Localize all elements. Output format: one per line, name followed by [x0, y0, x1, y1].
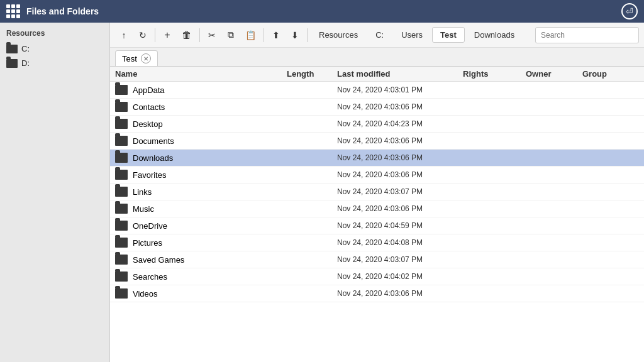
title-bar: Files and Folders ⏎	[0, 0, 644, 23]
file-modified: Nov 24, 2020 4:03:07 PM	[337, 187, 463, 196]
folder-icon	[6, 45, 18, 53]
copy-button[interactable]: ⧉	[222, 26, 240, 44]
folder-icon	[115, 238, 128, 248]
cut-button[interactable]: ✂	[203, 26, 221, 44]
col-modified: Last modified	[337, 69, 463, 79]
file-name: Documents	[133, 136, 174, 146]
file-name: Links	[133, 187, 152, 197]
folder-icon	[115, 221, 128, 231]
nav-tab-users[interactable]: Users	[393, 27, 431, 43]
sidebar-item-d[interactable]: D:	[0, 56, 109, 70]
file-name-cell: Music	[115, 204, 287, 214]
refresh-button[interactable]: ↻	[134, 26, 152, 44]
file-modified: Nov 24, 2020 4:03:06 PM	[337, 102, 463, 111]
table-row[interactable]: MusicNov 24, 2020 4:03:06 PM	[110, 200, 644, 217]
main-layout: Resources C: D: ↑ ↻ + 🗑 ✂ ⧉ 📋 ⬆ ⬇	[0, 23, 644, 362]
sidebar-item-label-d: D:	[21, 58, 30, 68]
file-name-cell: Saved Games	[115, 255, 287, 265]
folder-icon	[115, 272, 128, 282]
nav-tabs-bar: Resources C: Users Test Downloads	[311, 27, 523, 43]
file-name-cell: Links	[115, 187, 287, 197]
file-modified: Nov 24, 2020 4:03:01 PM	[337, 85, 463, 94]
right-panel: ↑ ↻ + 🗑 ✂ ⧉ 📋 ⬆ ⬇ Resources C: Users Tes…	[110, 23, 644, 362]
sidebar-header: Resources	[0, 26, 109, 41]
file-modified: Nov 24, 2020 4:04:59 PM	[337, 221, 463, 230]
table-row[interactable]: DownloadsNov 24, 2020 4:03:06 PM	[110, 150, 644, 167]
table-row[interactable]: SearchesNov 24, 2020 4:04:02 PM	[110, 268, 644, 285]
file-name: Music	[133, 204, 154, 214]
nav-tab-test[interactable]: Test	[432, 27, 465, 43]
sidebar: Resources C: D:	[0, 23, 110, 362]
file-name-cell: Favorites	[115, 170, 287, 180]
folder-icon	[115, 255, 128, 265]
table-row[interactable]: LinksNov 24, 2020 4:03:07 PM	[110, 184, 644, 200]
file-name: OneDrive	[133, 221, 167, 231]
file-name: Contacts	[133, 102, 165, 112]
sidebar-item-c[interactable]: C:	[0, 41, 109, 56]
login-button[interactable]: ⏎	[621, 3, 638, 19]
file-name-cell: OneDrive	[115, 221, 287, 231]
col-owner: Owner	[526, 69, 582, 79]
file-name: Searches	[133, 272, 167, 282]
table-row[interactable]: FavoritesNov 24, 2020 4:03:06 PM	[110, 167, 644, 184]
table-row[interactable]: DesktopNov 24, 2020 4:04:23 PM	[110, 116, 644, 133]
file-name-cell: AppData	[115, 85, 287, 95]
navigate-up-button[interactable]: ↑	[115, 26, 133, 44]
nav-tab-c[interactable]: C:	[367, 27, 392, 43]
toolbar-divider-3	[264, 28, 264, 42]
tab-test[interactable]: Test ✕	[115, 50, 158, 66]
delete-button[interactable]: 🗑	[177, 26, 196, 44]
app-grid-icon[interactable]	[6, 4, 20, 18]
upload-button[interactable]: ⬆	[267, 26, 285, 44]
file-modified: Nov 24, 2020 4:03:06 PM	[337, 289, 463, 298]
folder-icon	[115, 119, 128, 129]
folder-icon	[115, 204, 128, 214]
file-name: AppData	[133, 85, 165, 95]
file-modified: Nov 24, 2020 4:03:07 PM	[337, 255, 463, 264]
tab-test-close[interactable]: ✕	[141, 53, 151, 63]
file-name: Videos	[133, 289, 158, 299]
file-name-cell: Contacts	[115, 102, 287, 112]
col-group: Group	[582, 69, 639, 79]
search-input[interactable]	[535, 27, 639, 43]
download-button[interactable]: ⬇	[286, 26, 304, 44]
toolbar-divider-2	[199, 28, 200, 42]
col-name: Name	[115, 69, 287, 79]
file-modified: Nov 24, 2020 4:04:08 PM	[337, 238, 463, 247]
table-row[interactable]: Saved GamesNov 24, 2020 4:03:07 PM	[110, 251, 644, 268]
table-row[interactable]: OneDriveNov 24, 2020 4:04:59 PM	[110, 217, 644, 234]
toolbar: ↑ ↻ + 🗑 ✂ ⧉ 📋 ⬆ ⬇ Resources C: Users Tes…	[110, 23, 644, 48]
sidebar-item-label-c: C:	[21, 44, 30, 53]
folder-icon	[115, 288, 128, 299]
nav-tab-downloads[interactable]: Downloads	[466, 27, 523, 43]
folder-icon	[115, 85, 128, 95]
file-modified: Nov 24, 2020 4:03:06 PM	[337, 136, 463, 145]
file-modified: Nov 24, 2020 4:04:02 PM	[337, 272, 463, 281]
table-row[interactable]: VideosNov 24, 2020 4:03:06 PM	[110, 285, 644, 302]
toolbar-divider-4	[307, 28, 308, 42]
file-name: Pictures	[133, 238, 162, 248]
file-modified: Nov 24, 2020 4:04:23 PM	[337, 119, 463, 128]
table-row[interactable]: PicturesNov 24, 2020 4:04:08 PM	[110, 234, 644, 251]
toolbar-divider-1	[155, 28, 155, 42]
folder-icon	[6, 59, 18, 68]
file-list-container[interactable]: Name Length Last modified Rights Owner G…	[110, 67, 644, 362]
new-folder-button[interactable]: +	[158, 26, 176, 44]
folder-icon	[115, 153, 128, 163]
folder-icon	[115, 187, 128, 197]
folder-icon	[115, 136, 128, 146]
paste-button[interactable]: 📋	[241, 26, 260, 44]
app-title: Files and Folders	[26, 6, 621, 16]
table-row[interactable]: DocumentsNov 24, 2020 4:03:06 PM	[110, 133, 644, 150]
file-name: Downloads	[133, 153, 173, 163]
folder-icon	[115, 170, 128, 180]
nav-tab-resources[interactable]: Resources	[311, 27, 366, 43]
file-modified: Nov 24, 2020 4:03:06 PM	[337, 170, 463, 179]
table-row[interactable]: AppDataNov 24, 2020 4:03:01 PM	[110, 82, 644, 99]
file-name: Saved Games	[133, 255, 184, 265]
file-name: Desktop	[133, 119, 163, 129]
file-name-cell: Desktop	[115, 119, 287, 129]
table-row[interactable]: ContactsNov 24, 2020 4:03:06 PM	[110, 99, 644, 116]
file-name-cell: Videos	[115, 288, 287, 299]
file-name-cell: Downloads	[115, 153, 287, 163]
